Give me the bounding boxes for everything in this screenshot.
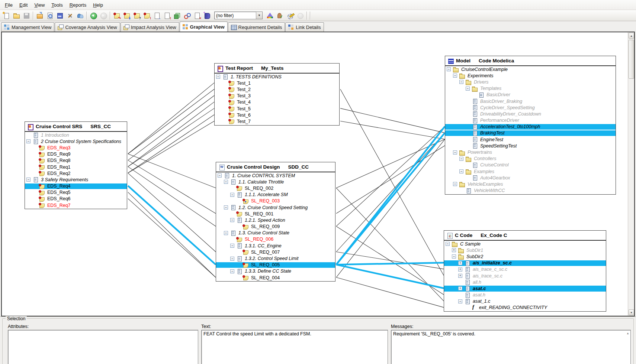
collapse-icon[interactable]: −	[453, 150, 457, 155]
tree-row-d111[interactable]: −1.1.1. Accelerate SM	[216, 192, 335, 198]
filter-combobox[interactable]: (no filter)▼	[214, 12, 263, 19]
tree-row-d1[interactable]: −1. Cruise CONTROL SYSTEM	[216, 172, 335, 179]
tree-row-Test_6[interactable]: Test_6	[215, 112, 339, 118]
users-button[interactable]	[75, 11, 85, 20]
text-box[interactable]: FEAT Control the speed Limit with a dedi…	[201, 330, 388, 364]
find-in-project-button[interactable]	[45, 11, 55, 20]
filter-dropdown-button[interactable]: ▼	[256, 12, 262, 19]
copy-view-button[interactable]	[172, 11, 182, 20]
panel-header-ccode[interactable]: C CodeEx_Code C	[444, 231, 606, 241]
tree-row-Test_3[interactable]: Test_3	[215, 93, 339, 99]
collapse-icon[interactable]: −	[458, 299, 462, 303]
tree-row-c_asat1[interactable]: −asat_1.c	[444, 298, 606, 305]
attributes-box[interactable]	[8, 330, 198, 364]
gear-edit-button[interactable]	[285, 11, 295, 20]
tab-graphical-view[interactable]: Graphical View	[180, 22, 228, 32]
messages-box[interactable]: Requirement 'SL_REQ_005' is covered. ▲	[391, 330, 631, 364]
tree-row-c_asath[interactable]: asat.h	[444, 292, 606, 298]
document-link-button[interactable]: →	[152, 11, 162, 20]
collapse-icon[interactable]: −	[216, 75, 220, 79]
tree-row-Test_5[interactable]: Test_5	[215, 105, 339, 112]
tree-row-d133[interactable]: −1.3.3. Define CC State	[216, 268, 335, 274]
tree-row-d12[interactable]: −1.2. Cruise Control Speed Setting	[216, 204, 335, 211]
prism-analysis-button[interactable]	[265, 11, 275, 20]
tab-management-view[interactable]: Management View	[1, 22, 54, 32]
menu-file[interactable]: File	[1, 1, 16, 9]
tab-link-details[interactable]: Link Details	[285, 22, 324, 32]
collapse-icon[interactable]: −	[459, 80, 463, 84]
tree-row-SL_REQ_007[interactable]: SL_REQ_007	[216, 249, 335, 255]
expand-icon[interactable]: +	[458, 261, 462, 265]
menu-view[interactable]: View	[31, 1, 48, 9]
tree-row-c_allh[interactable]: all.h	[444, 279, 606, 285]
tree-row-SL_REQ_006[interactable]: SL_REQ_006	[216, 236, 335, 243]
collapse-icon[interactable]: −	[453, 182, 457, 186]
panel-header-design[interactable]: Crusie Control DesignSDD_CC	[216, 162, 335, 172]
scroll-thumb[interactable]	[629, 40, 634, 79]
collapse-icon[interactable]: −	[218, 173, 222, 178]
expand-icon[interactable]: +	[458, 267, 462, 272]
navigate-back-button[interactable]	[88, 11, 98, 20]
tree-row-m_ctl[interactable]: −Controllers	[445, 156, 616, 162]
tree-row-m_ddc[interactable]: DriveabilityDriver_Coastdown	[445, 111, 616, 117]
tree-row-Test_1[interactable]: Test_1	[215, 80, 339, 86]
tree-row-m_pd[interactable]: PerformanceDriver	[445, 117, 616, 124]
collapse-icon[interactable]: −	[230, 218, 234, 222]
menu-tools[interactable]: Tools	[48, 1, 66, 9]
tree-row-c_asatc[interactable]: +asat.c	[444, 285, 606, 292]
new-file-button[interactable]	[1, 11, 11, 20]
tree-row-SL_REQ_004[interactable]: SL_REQ_004	[216, 274, 335, 281]
tree-row-srs_1[interactable]: 1 Introduction	[25, 132, 127, 138]
tree-row-Test_2[interactable]: Test_2	[215, 86, 339, 92]
scroll-up-button[interactable]: ▲	[629, 33, 634, 39]
tree-row-tests_def[interactable]: −1. TESTS DEFINITIONS	[215, 74, 339, 80]
delete-item-button[interactable]: ×	[192, 11, 202, 20]
collapse-icon[interactable]: −	[452, 254, 456, 259]
user-config-button[interactable]	[275, 11, 285, 20]
menu-edit[interactable]: Edit	[16, 1, 31, 9]
collapse-icon[interactable]: −	[224, 205, 228, 209]
tree-row-srs_3[interactable]: −3 Safety Requirements	[25, 176, 127, 183]
collapse-icon[interactable]: −	[224, 231, 228, 235]
tree-row-m_cds[interactable]: CycleDriver_SpeedSetting	[445, 104, 616, 111]
tree-row-EDS_Req2[interactable]: EDS_Req2	[25, 170, 127, 176]
tree-row-m_vcc[interactable]: VehicleWithCC	[445, 188, 616, 194]
project-settings-button[interactable]	[65, 11, 75, 20]
collapse-icon[interactable]: −	[230, 269, 234, 273]
requirement-question-button[interactable]: ?	[132, 11, 142, 20]
open-project-button[interactable]	[11, 11, 21, 20]
tree-row-m_exp[interactable]: −Experiments	[445, 72, 616, 79]
collapse-icon[interactable]: −	[224, 180, 228, 184]
tree-row-EDS_Req6[interactable]: EDS_Req6	[25, 196, 127, 202]
tree-row-m_bdb[interactable]: BasicDriver_Braking	[445, 98, 616, 104]
collapse-icon[interactable]: −	[447, 67, 451, 71]
collapse-icon[interactable]: −	[453, 74, 457, 78]
tree-row-m_a4g[interactable]: Auto4Gearbox	[445, 175, 616, 181]
tree-row-m_pwr[interactable]: −Powertrains	[445, 149, 616, 155]
tree-row-d131[interactable]: −1.3.1. CC_Engine	[216, 243, 335, 249]
menu-reports[interactable]: Reports	[66, 1, 90, 9]
collapse-icon[interactable]: −	[459, 169, 463, 173]
tree-row-m_ve[interactable]: −VehicleExamples	[445, 181, 616, 187]
tree-row-srs_2[interactable]: −2 Cruise Control System Specifications	[25, 138, 127, 144]
menu-help[interactable]: Help	[90, 1, 106, 9]
tree-row-c_exit[interactable]: exit_READING_CONNECTIVITY	[444, 305, 606, 311]
tree-row-c_sd2[interactable]: −SubDir2	[444, 253, 606, 260]
collapse-icon[interactable]: −	[26, 178, 30, 182]
messages-scroll-up-icon[interactable]: ▲	[626, 332, 629, 335]
tree-row-Test_4[interactable]: Test_4	[215, 99, 339, 105]
tree-row-d132[interactable]: −1.3.2. Control Speed Limit	[216, 255, 335, 261]
tree-row-EDS_Req3[interactable]: EDS_Req3	[25, 144, 127, 151]
collapse-icon[interactable]: −	[459, 157, 463, 161]
tab-requirement-details[interactable]: Requirement Details	[228, 22, 285, 32]
tree-row-c_ais_tsc[interactable]: +ais_trace_sc.c	[444, 273, 606, 279]
tab-coverage-analysis-view[interactable]: Coverage Analysis View	[55, 22, 120, 32]
tree-row-c_sd1[interactable]: +SubDir1	[444, 247, 606, 253]
scroll-down-button[interactable]: ▼	[629, 309, 634, 315]
expand-icon[interactable]: +	[452, 248, 456, 252]
panel-header-tests[interactable]: Test ReportMy_Tests	[215, 64, 339, 74]
collapse-icon[interactable]: −	[446, 242, 450, 246]
tree-row-SL_REQ_005[interactable]: SL_REQ_005	[216, 262, 335, 268]
tree-row-m_acc[interactable]: AccelerationTest_0to100mph	[445, 124, 616, 130]
tree-row-SL_REQ_002[interactable]: SL_REQ_002	[216, 185, 335, 191]
